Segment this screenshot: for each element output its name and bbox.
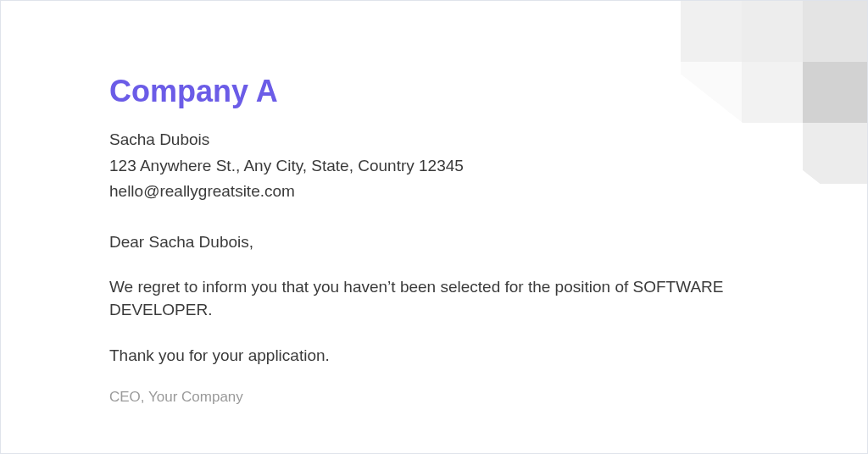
svg-rect-3 bbox=[742, 1, 803, 62]
company-name: Company A bbox=[109, 74, 759, 109]
body-paragraph-1: We regret to inform you that you haven’t… bbox=[109, 275, 759, 322]
svg-rect-2 bbox=[681, 1, 742, 62]
svg-rect-4 bbox=[803, 1, 867, 62]
recipient-name: Sacha Dubois bbox=[109, 128, 759, 152]
recipient-block: Sacha Dubois 123 Anywhere St., Any City,… bbox=[109, 128, 759, 204]
letter-page: Company A Sacha Dubois 123 Anywhere St.,… bbox=[0, 0, 868, 454]
recipient-email: hello@reallygreatsite.com bbox=[109, 180, 759, 204]
svg-rect-7 bbox=[803, 123, 867, 184]
salutation: Dear Sacha Dubois, bbox=[109, 233, 759, 252]
recipient-address: 123 Anywhere St., Any City, State, Count… bbox=[109, 154, 759, 179]
svg-rect-6 bbox=[803, 62, 867, 123]
body-paragraph-2: Thank you for your application. bbox=[109, 344, 759, 368]
signoff: CEO, Your Company bbox=[109, 389, 759, 406]
